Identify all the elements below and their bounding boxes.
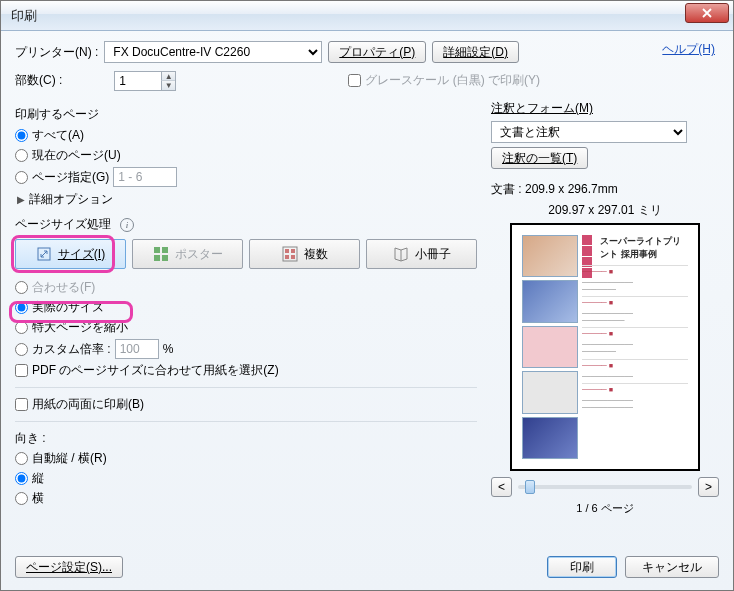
duplex-checkbox[interactable] — [15, 398, 28, 411]
range-all-radio[interactable] — [15, 129, 28, 142]
preview-thumb — [522, 371, 578, 413]
multiple-icon — [282, 246, 298, 262]
custom-scale-radio-row[interactable]: カスタム倍率 : % — [15, 339, 477, 359]
orientation-title: 向き : — [15, 430, 477, 447]
poster-icon — [153, 246, 169, 262]
copies-spinner[interactable]: ▲ ▼ — [114, 71, 176, 91]
orient-portrait-row[interactable]: 縦 — [15, 470, 477, 487]
preview-page-info: 1 / 6 ページ — [491, 501, 719, 516]
grayscale-checkbox[interactable] — [348, 74, 361, 87]
svg-rect-2 — [162, 247, 168, 253]
orient-landscape-radio[interactable] — [15, 492, 28, 505]
page-setup-button[interactable]: ページ設定(S)... — [15, 556, 123, 578]
range-all-row[interactable]: すべて(A) — [15, 127, 477, 144]
properties-button[interactable]: プロパティ(P) — [328, 41, 426, 63]
booklet-mode-button[interactable]: 小冊子 — [366, 239, 477, 269]
size-icon — [36, 246, 52, 262]
copies-up[interactable]: ▲ — [161, 72, 175, 81]
preview-thumb — [522, 235, 578, 277]
duplex-check-row[interactable]: 用紙の両面に印刷(B) — [15, 396, 477, 413]
preview-thumb — [522, 280, 578, 322]
paper-dimensions: 209.97 x 297.01 ミリ — [491, 202, 719, 219]
print-button[interactable]: 印刷 — [547, 556, 617, 578]
choose-paper-checkbox[interactable] — [15, 364, 28, 377]
annotations-select[interactable]: 文書と注釈 — [491, 121, 687, 143]
slider-thumb[interactable] — [525, 480, 535, 494]
fit-radio-row[interactable]: 合わせる(F) — [15, 279, 477, 296]
shrink-radio-row[interactable]: 特大ページを縮小 — [15, 319, 477, 336]
actual-size-radio-row[interactable]: 実際のサイズ — [15, 299, 477, 316]
left-panel: 印刷するページ すべて(A) 現在のページ(U) ページ指定(G) ▶詳細オプシ… — [15, 100, 477, 516]
choose-paper-check-row[interactable]: PDF のページサイズに合わせて用紙を選択(Z) — [15, 362, 477, 379]
booklet-icon — [393, 246, 409, 262]
svg-rect-3 — [154, 255, 160, 261]
multiple-mode-button[interactable]: 複数 — [249, 239, 360, 269]
printer-label: プリンター(N) : — [15, 44, 98, 61]
svg-rect-4 — [162, 255, 168, 261]
orient-portrait-radio[interactable] — [15, 472, 28, 485]
cancel-button[interactable]: キャンセル — [625, 556, 719, 578]
size-handling-title: ページサイズ処理 — [15, 216, 111, 233]
copies-label: 部数(C) : — [15, 72, 62, 89]
preview-prev-button[interactable]: < — [491, 477, 512, 497]
copies-down[interactable]: ▼ — [161, 81, 175, 90]
chevron-right-icon: ▶ — [17, 194, 25, 205]
preview-slider[interactable] — [518, 485, 692, 489]
svg-rect-6 — [285, 249, 289, 253]
svg-rect-9 — [291, 255, 295, 259]
grayscale-check-row: グレースケール (白黒) で印刷(Y) — [348, 72, 540, 89]
range-pages-radio[interactable] — [15, 171, 28, 184]
preview-logo-icon — [582, 235, 596, 257]
preview-doc-title: スーパーライトプリント 採用事例 — [600, 235, 688, 261]
range-current-row[interactable]: 現在のページ(U) — [15, 147, 477, 164]
orient-landscape-row[interactable]: 横 — [15, 490, 477, 507]
more-options-expander[interactable]: ▶詳細オプション — [17, 191, 477, 208]
print-preview: スーパーライトプリント 採用事例 ───── ■ ───────────────… — [510, 223, 700, 471]
close-button[interactable] — [685, 3, 729, 23]
window-title: 印刷 — [11, 7, 37, 25]
printer-select[interactable]: FX DocuCentre-IV C2260 — [104, 41, 322, 63]
copies-input[interactable] — [115, 72, 161, 90]
annotations-title: 注釈とフォーム(M) — [491, 100, 719, 117]
document-dimensions: 文書 : 209.9 x 296.7mm — [491, 181, 719, 198]
grayscale-label: グレースケール (白黒) で印刷(Y) — [365, 72, 540, 89]
page-range-title: 印刷するページ — [15, 106, 477, 123]
right-panel: 注釈とフォーム(M) 文書と注釈 注釈の一覧(T) 文書 : 209.9 x 2… — [491, 100, 719, 516]
actual-size-radio[interactable] — [15, 301, 28, 314]
custom-scale-radio[interactable] — [15, 343, 28, 356]
fit-radio[interactable] — [15, 281, 28, 294]
preview-thumb — [522, 326, 578, 368]
orient-auto-radio[interactable] — [15, 452, 28, 465]
orient-auto-row[interactable]: 自動縦 / 横(R) — [15, 450, 477, 467]
range-pages-row[interactable]: ページ指定(G) — [15, 167, 477, 187]
titlebar: 印刷 — [1, 1, 733, 31]
svg-rect-1 — [154, 247, 160, 253]
preview-next-button[interactable]: > — [698, 477, 719, 497]
shrink-radio[interactable] — [15, 321, 28, 334]
close-icon — [702, 8, 712, 18]
advanced-settings-button[interactable]: 詳細設定(D) — [432, 41, 519, 63]
help-link[interactable]: ヘルプ(H) — [662, 41, 715, 58]
print-dialog-window: 印刷 ヘルプ(H) プリンター(N) : FX DocuCentre-IV C2… — [0, 0, 734, 591]
custom-scale-input[interactable] — [115, 339, 159, 359]
poster-mode-button[interactable]: ポスター — [132, 239, 243, 269]
svg-rect-7 — [291, 249, 295, 253]
size-mode-button[interactable]: サイズ(I) — [15, 239, 126, 269]
svg-rect-8 — [285, 255, 289, 259]
range-current-radio[interactable] — [15, 149, 28, 162]
annotations-summary-button[interactable]: 注釈の一覧(T) — [491, 147, 588, 169]
preview-thumb — [522, 417, 578, 459]
info-icon[interactable]: i — [120, 218, 134, 232]
range-pages-input[interactable] — [113, 167, 177, 187]
